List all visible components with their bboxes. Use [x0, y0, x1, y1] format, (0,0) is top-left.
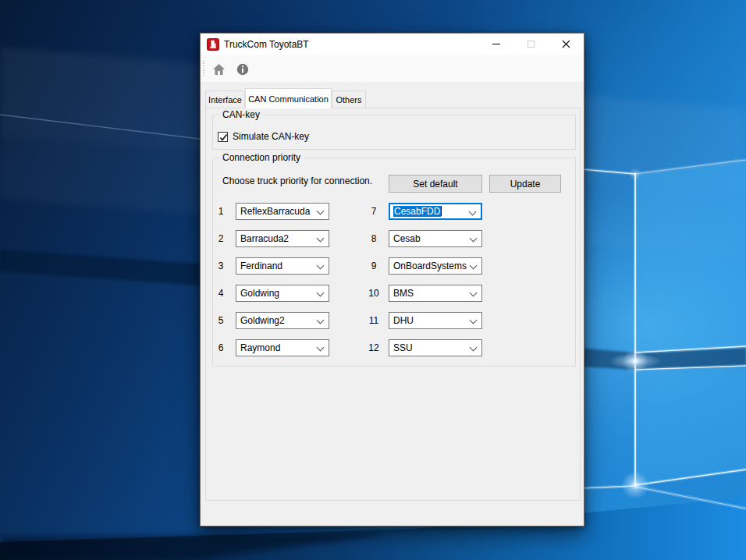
slot-5-combobox[interactable]: Goldwing2	[236, 312, 329, 329]
slot-7-combobox[interactable]: CesabFDD	[389, 203, 482, 220]
slot-8-value: Cesab	[393, 232, 421, 245]
desktop: TruckCom ToyotaBT Interface	[0, 0, 746, 560]
set-default-label: Set default	[413, 179, 457, 190]
slot-10-combobox[interactable]: BMS	[389, 285, 482, 302]
maximize-icon	[528, 41, 535, 48]
group-connection-priority-label: Connection priority	[219, 152, 304, 163]
slot-3-value: Ferdinand	[240, 260, 282, 272]
slot-6-number: 6	[214, 342, 228, 354]
update-label: Update	[510, 179, 541, 190]
slot-10-value: BMS	[393, 287, 414, 299]
tab-page-can-communication: CAN-key Simulate CAN-key Connection prio…	[205, 108, 581, 501]
chevron-down-icon	[317, 289, 325, 297]
simulate-can-key-checkbox[interactable]	[218, 132, 228, 142]
set-default-button[interactable]: Set default	[389, 175, 482, 193]
slot-1-number: 1	[214, 205, 228, 218]
chevron-down-icon	[317, 262, 325, 270]
chevron-down-icon	[317, 207, 325, 215]
slot-7-number: 7	[367, 205, 381, 218]
update-button[interactable]: Update	[489, 175, 561, 193]
slot-8-combobox[interactable]: Cesab	[389, 230, 482, 247]
slot-7-value: CesabFDD	[393, 205, 442, 218]
maximize-button[interactable]	[513, 34, 549, 55]
window-title: TruckCom ToyotaBT	[224, 39, 309, 50]
slot-2-number: 2	[214, 232, 228, 245]
chevron-down-icon	[317, 344, 325, 352]
slot-1-value: ReflexBarracuda	[240, 205, 310, 218]
slot-5-number: 5	[214, 314, 228, 327]
group-can-key-label: CAN-key	[219, 109, 263, 120]
tab-can-communication[interactable]: CAN Communication	[245, 88, 332, 108]
slot-5-value: Goldwing2	[240, 314, 285, 327]
slot-11-combobox[interactable]: DHU	[389, 312, 482, 329]
slot-9-value: OnBoardSystems	[393, 260, 467, 272]
truckcom-window: TruckCom ToyotaBT Interface	[200, 33, 584, 526]
slot-4-combobox[interactable]: Goldwing	[236, 285, 329, 302]
chevron-down-icon	[470, 317, 478, 324]
titlebar: TruckCom ToyotaBT	[201, 34, 584, 55]
minimize-button[interactable]	[478, 34, 513, 55]
minimize-icon	[492, 44, 500, 44]
slot-11-value: DHU	[393, 314, 414, 327]
slot-12-value: SSU	[393, 342, 413, 354]
slot-6-value: Raymond	[240, 342, 280, 354]
info-button[interactable]	[234, 61, 251, 78]
chevron-down-icon	[470, 262, 478, 270]
close-icon	[562, 40, 570, 48]
tab-interface[interactable]: Interface	[205, 90, 245, 108]
close-button[interactable]	[549, 34, 584, 55]
slot-8-number: 8	[367, 232, 381, 245]
chevron-down-icon	[470, 235, 478, 243]
slot-2-value: Barracuda2	[240, 232, 289, 245]
slot-12-number: 12	[367, 342, 381, 354]
slot-3-number: 3	[214, 260, 228, 272]
text-caret	[441, 206, 442, 216]
home-icon	[212, 63, 226, 76]
tab-interface-label: Interface	[208, 95, 242, 105]
chevron-down-icon	[470, 289, 478, 297]
toolbar	[201, 55, 584, 82]
slot-2-combobox[interactable]: Barracuda2	[236, 230, 329, 247]
tab-others[interactable]: Others	[332, 90, 366, 108]
chevron-down-icon	[470, 344, 478, 352]
truckcom-app-icon	[207, 38, 219, 51]
home-button[interactable]	[210, 61, 227, 78]
slot-12-combobox[interactable]: SSU	[389, 339, 482, 356]
tab-can-communication-label: CAN Communication	[248, 94, 329, 104]
chevron-down-icon	[317, 235, 325, 243]
chevron-down-icon	[317, 317, 325, 324]
slot-10-number: 10	[367, 287, 381, 299]
chevron-down-icon	[469, 208, 477, 216]
slot-1-combobox[interactable]: ReflexBarracuda	[236, 203, 329, 220]
slot-4-value: Goldwing	[240, 287, 279, 299]
tab-others-label: Others	[336, 95, 361, 105]
slot-3-combobox[interactable]: Ferdinand	[236, 257, 329, 275]
priority-instruction: Choose truck priority for connection.	[222, 175, 372, 186]
slot-9-number: 9	[367, 260, 381, 272]
slot-9-combobox[interactable]: OnBoardSystems	[389, 257, 482, 275]
info-icon	[236, 63, 249, 76]
toolbar-grip[interactable]	[203, 61, 204, 77]
slot-11-number: 11	[367, 314, 381, 327]
slot-4-number: 4	[214, 287, 228, 299]
checkmark-icon	[219, 133, 228, 142]
simulate-can-key-label: Simulate CAN-key	[233, 131, 309, 143]
slot-6-combobox[interactable]: Raymond	[236, 339, 329, 356]
